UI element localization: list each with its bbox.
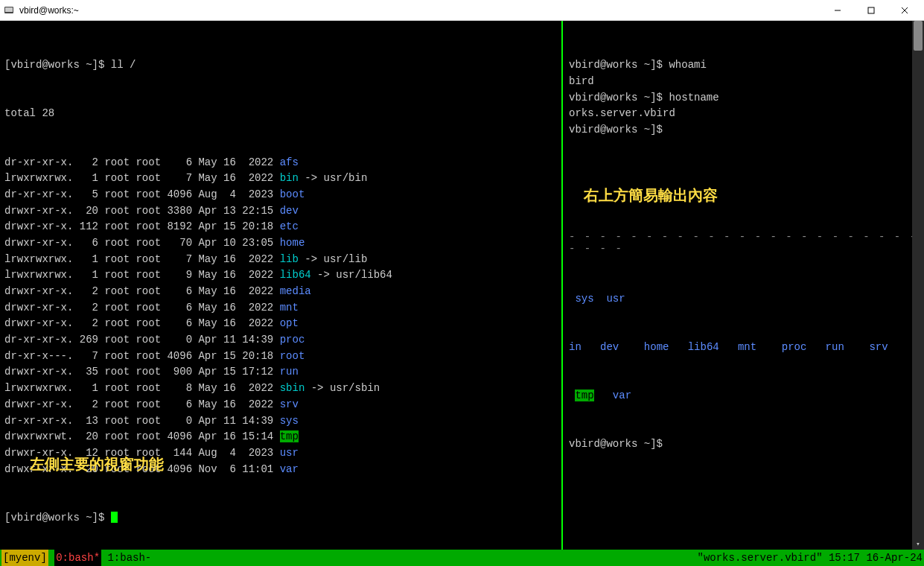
terminal-line: vbird@works ~]$ (569, 122, 918, 139)
file-row: drwxr-xr-x. 2 root root 6 May 16 2022 sr… (4, 397, 557, 413)
left-pane[interactable]: [vbird@works ~]$ ll / total 28 dr-xr-xr-… (0, 21, 563, 550)
status-env: [myenv] (1, 550, 48, 566)
status-date: 16-Apr-24 (866, 550, 923, 566)
status-host: "works.server.vbird" (698, 550, 823, 566)
right-panes: vbird@works ~]$ whoamibirdvbird@works ~]… (563, 21, 924, 550)
left-annotation: 左側主要的視窗功能 (30, 453, 164, 476)
terminal-line: bird (569, 74, 918, 90)
file-row: drwxr-xr-x. 2 root root 6 May 16 2022 op… (4, 316, 557, 332)
window-titlebar: vbird@works:~ (0, 0, 924, 21)
file-row: lrwxrwxrwx. 1 root root 9 May 16 2022 li… (4, 267, 557, 284)
tmux-statusbar: [myenv] 0:bash* 1:bash- "works.server.vb… (0, 550, 924, 566)
file-listing: dr-xr-xr-x. 2 root root 6 May 16 2022 af… (4, 155, 557, 478)
right-top-pane[interactable]: vbird@works ~]$ whoamibirdvbird@works ~]… (563, 21, 924, 231)
command: ll / (111, 59, 136, 71)
file-row: dr-xr-xr-x. 13 root root 0 Apr 11 14:39 … (4, 413, 557, 430)
terminal-area: [vbird@works ~]$ ll / total 28 dr-xr-xr-… (0, 21, 924, 550)
scroll-down-icon[interactable]: ▾ (912, 538, 924, 550)
file-row: drwxr-xr-x. 6 root root 70 Apr 10 23:05 … (4, 235, 557, 252)
total-line: total 28 (4, 106, 557, 122)
app-icon (3, 4, 15, 16)
file-row: dr-xr-x---. 7 root root 4096 Apr 15 20:1… (4, 349, 557, 365)
status-time: 15:17 (829, 550, 860, 566)
file-row: drwxr-xr-x. 35 root root 900 Apr 15 17:1… (4, 364, 557, 381)
rt-annotation: 右上方簡易輸出內容 (584, 184, 924, 207)
file-row: dr-xr-xr-x. 269 root root 0 Apr 11 14:39… (4, 332, 557, 349)
cursor (111, 512, 118, 523)
right-bottom-pane[interactable]: sys usr in dev home lib64 mnt proc run s… (563, 255, 924, 550)
terminal-line: orks.server.vbird (569, 106, 918, 122)
ls-row1: sys usr (569, 291, 918, 308)
file-row: drwxr-xr-x. 2 root root 6 May 16 2022 me… (4, 284, 557, 300)
window-title: vbird@works:~ (19, 5, 821, 16)
terminal-line: vbird@works ~]$ whoami (569, 57, 918, 74)
close-button[interactable] (888, 0, 921, 21)
status-tab1[interactable]: 1:bash- (101, 550, 151, 566)
scrollbar-thumb[interactable] (914, 21, 923, 51)
file-row: dr-xr-xr-x. 5 root root 4096 Aug 4 2023 … (4, 187, 557, 203)
file-row: dr-xr-xr-x. 2 root root 6 May 16 2022 af… (4, 155, 557, 171)
horizontal-separator: - - - - - - - - - - - - - - - - - - - - … (563, 231, 924, 255)
svg-rect-1 (5, 7, 13, 12)
ls-row3: tmp var (569, 388, 918, 404)
file-row: drwxr-xr-x. 20 root root 3380 Apr 13 22:… (4, 203, 557, 220)
terminal-line: vbird@works ~]$ hostname (569, 90, 918, 106)
file-row: lrwxrwxrwx. 1 root root 7 May 16 2022 li… (4, 252, 557, 268)
file-row: lrwxrwxrwx. 1 root root 7 May 16 2022 bi… (4, 171, 557, 187)
scrollbar[interactable]: ▴ ▾ (912, 21, 924, 550)
minimize-button[interactable] (821, 0, 854, 21)
maximize-button[interactable] (854, 0, 888, 21)
file-row: drwxr-xr-x. 2 root root 6 May 16 2022 mn… (4, 300, 557, 317)
prompt2: [vbird@works ~]$ (4, 512, 104, 524)
rb-prompt: vbird@works ~]$ (569, 438, 663, 450)
ls-row2: in dev home lib64 mnt proc run srv (569, 340, 918, 356)
file-row: lrwxrwxrwx. 1 root root 8 May 16 2022 sb… (4, 381, 557, 397)
status-tab0[interactable]: 0:bash* (54, 550, 101, 566)
prompt: [vbird@works ~]$ (4, 59, 104, 71)
file-row: drwxr-xr-x. 112 root root 8192 Apr 15 20… (4, 219, 557, 235)
file-row: drwxrwxrwt. 20 root root 4096 Apr 16 15:… (4, 429, 557, 445)
svg-rect-3 (868, 7, 874, 13)
